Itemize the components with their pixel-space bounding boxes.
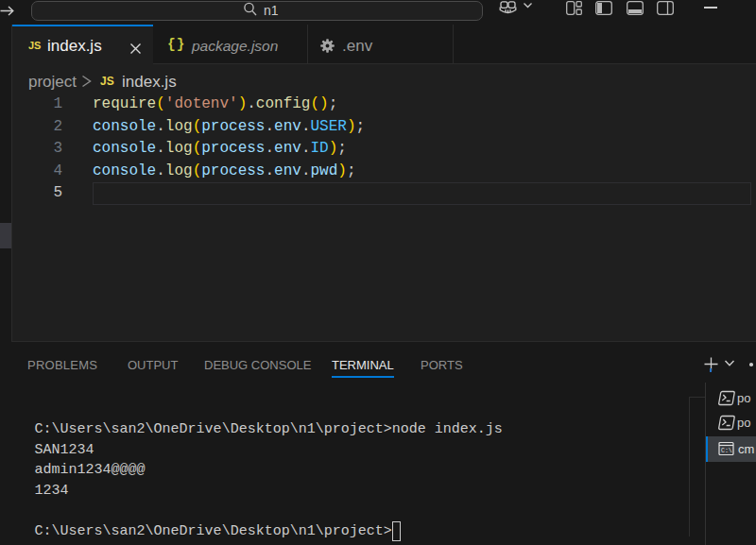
svg-text:C:\: C:\ — [721, 448, 732, 454]
